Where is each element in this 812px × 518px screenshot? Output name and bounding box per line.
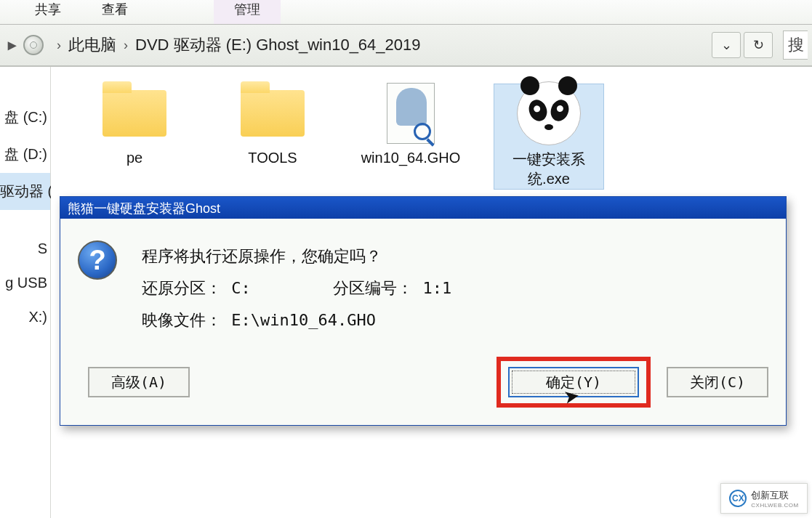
restore-partition-value: C:: [231, 279, 251, 297]
confirm-dialog: 熊猫一键硬盘安装器Ghost ? 程序将执行还原操作，您确定吗？ 还原分区： C…: [60, 196, 787, 426]
partition-number-label: 分区编号：: [333, 272, 413, 304]
ribbon-tab-manage[interactable]: 管理: [214, 0, 281, 24]
ok-button[interactable]: 确定(Y): [508, 367, 639, 397]
folder-icon: [102, 90, 166, 137]
file-item[interactable]: win10_64.GHO: [356, 84, 465, 189]
file-label: 一键安装系统.exe: [494, 150, 603, 189]
dialog-title[interactable]: 熊猫一键硬盘安装器Ghost: [60, 197, 786, 219]
advanced-button[interactable]: 高级(A): [88, 367, 190, 397]
nav-up-icon[interactable]: ▸: [4, 33, 19, 57]
sidebar-item-c[interactable]: 盘 (C:): [0, 99, 50, 136]
file-label: TOOLS: [218, 150, 327, 166]
sidebar-item-usb[interactable]: g USB: [0, 266, 50, 300]
breadcrumb-item[interactable]: 此电脑: [68, 34, 116, 56]
watermark-sub: CXHLWEB.COM: [751, 502, 798, 509]
file-item[interactable]: pe: [80, 84, 189, 189]
ribbon-tab-share[interactable]: 共享: [15, 0, 81, 24]
sidebar-item-e[interactable]: 驱动器 (E:) C: [0, 173, 50, 210]
panda-exe-icon: [517, 81, 581, 145]
breadcrumb[interactable]: › 此电脑 › DVD 驱动器 (E:) Ghost_win10_64_2019: [49, 34, 421, 56]
partition-number-value: 1:1: [423, 279, 452, 297]
drive-cd-icon: [23, 35, 44, 55]
sidebar-item-s[interactable]: S: [0, 232, 50, 266]
sidebar-item-d[interactable]: 盘 (D:): [0, 136, 50, 173]
watermark-logo-icon: CX: [729, 490, 747, 507]
refresh-icon[interactable]: ↻: [744, 32, 773, 58]
address-dropdown-icon[interactable]: ⌄: [712, 32, 741, 58]
ribbon-tab-view[interactable]: 查看: [81, 0, 148, 24]
file-label: win10_64.GHO: [356, 150, 465, 166]
watermark-brand: 创新互联: [751, 489, 798, 502]
folder-icon: [241, 90, 305, 137]
breadcrumb-item[interactable]: DVD 驱动器 (E:) Ghost_win10_64_2019: [135, 34, 421, 56]
watermark: CX 创新互联 CXHLWEB.COM: [720, 483, 808, 514]
sidebar-item-x[interactable]: X:): [0, 300, 50, 334]
search-input[interactable]: 搜: [783, 31, 808, 60]
file-item[interactable]: 一键安装系统.exe: [494, 84, 603, 189]
file-item[interactable]: TOOLS: [218, 84, 327, 189]
close-button[interactable]: 关闭(C): [667, 367, 768, 397]
gho-file-icon: [387, 83, 435, 144]
restore-partition-label: 还原分区：: [142, 272, 222, 304]
sidebar-nav: 盘 (C:) 盘 (D:) 驱动器 (E:) C S g USB X:): [0, 67, 51, 518]
ok-button-highlight: 确定(Y) ➤: [497, 357, 651, 408]
dialog-message: 程序将执行还原操作，您确定吗？: [142, 240, 451, 272]
address-bar: ▸ › 此电脑 › DVD 驱动器 (E:) Ghost_win10_64_20…: [0, 25, 812, 67]
image-file-value: E:\win10_64.GHO: [231, 311, 376, 329]
image-file-label: 映像文件：: [142, 311, 222, 329]
ribbon-tabs: 共享 查看 管理: [0, 0, 812, 25]
file-label: pe: [80, 150, 189, 166]
question-icon: ?: [78, 240, 117, 280]
